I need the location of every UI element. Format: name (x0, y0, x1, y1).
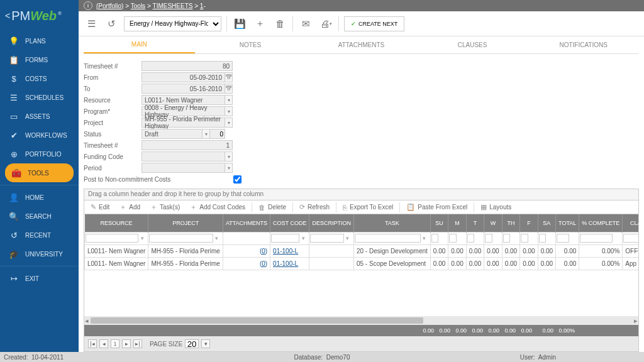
cell-costcode[interactable]: 01-100-L (273, 248, 298, 255)
post-checkbox[interactable] (233, 175, 242, 184)
sidebar-item-plans[interactable]: 💡PLANS (0, 31, 79, 50)
filter-w[interactable] (485, 234, 492, 243)
page-size-input[interactable] (185, 339, 199, 348)
record-picker[interactable]: Energy / Heavy Highway-Florida Peri (124, 16, 221, 31)
col-total[interactable]: TOTAL (556, 214, 579, 232)
resource-dropdown[interactable]: ▾ (225, 95, 233, 105)
save-icon[interactable]: 💾 (232, 16, 247, 31)
grid-add-button[interactable]: ＋Add (116, 202, 144, 213)
sidebar-item-home[interactable]: 👤HOME (0, 188, 79, 207)
filter-task[interactable] (355, 234, 421, 243)
col-w[interactable]: W (484, 214, 502, 232)
breadcrumb-timesheets[interactable]: TIMESHEETS (153, 3, 193, 9)
list-icon[interactable]: ☰ (84, 16, 99, 31)
pager-next[interactable]: ▸ (122, 339, 131, 348)
grid-horizontal-scrollbar[interactable]: ◂ ▸ (84, 316, 638, 325)
filter-icon[interactable]: ▾ (344, 235, 352, 241)
tab-main[interactable]: MAIN (84, 36, 195, 53)
filter-m[interactable] (449, 234, 456, 243)
grid-group-hint[interactable]: Drag a column header and drop it here to… (84, 189, 638, 200)
grid-paste-button[interactable]: 📋Paste From Excel (402, 202, 471, 213)
from-field[interactable]: 05-09-2010 (142, 72, 225, 82)
back-chevron-icon[interactable]: < (5, 11, 10, 21)
filter-resource[interactable] (86, 234, 138, 243)
scrollbar-thumb[interactable] (91, 317, 423, 324)
filter-icon[interactable]: ▾ (213, 235, 221, 241)
sidebar-item-costs[interactable]: $COSTS (0, 69, 79, 88)
status-dropdown[interactable]: ▾ (203, 129, 210, 139)
col-costcode[interactable]: COST CODE (270, 214, 309, 232)
col-sa[interactable]: SA (538, 214, 555, 232)
filter-description[interactable] (310, 234, 344, 243)
table-row[interactable]: L0011- Nem Wagner MH-955 - Florida Perim… (85, 257, 639, 270)
sidebar-item-workflows[interactable]: ✔WORKFLOWS (0, 126, 79, 145)
grid-tasks-button[interactable]: ＋Task(s) (147, 202, 184, 213)
col-f[interactable]: F (520, 214, 538, 232)
breadcrumb-tools[interactable]: Tools (131, 3, 145, 9)
breadcrumb-portfolio[interactable]: (Portfolio) (96, 3, 123, 9)
project-field[interactable]: MH-955 - Florida Perimeter Highway (142, 118, 225, 128)
pager-current[interactable]: 1 (111, 339, 119, 348)
col-pct[interactable]: % COMPLETE (579, 214, 623, 232)
filter-class[interactable] (623, 234, 638, 243)
funding-field[interactable] (142, 151, 225, 162)
grid-refresh-button[interactable]: ⟳Refresh (296, 202, 333, 213)
col-t[interactable]: T (466, 214, 484, 232)
pager-last[interactable]: ▸| (133, 339, 142, 348)
col-th[interactable]: TH (502, 214, 519, 232)
resource-field[interactable]: L0011- Nem Wagner (142, 95, 225, 105)
print-icon[interactable]: 🖨▾ (318, 16, 333, 31)
filter-project[interactable] (149, 234, 213, 243)
to-datepicker[interactable] (225, 84, 233, 94)
timesheet-no-field[interactable]: 80 (142, 61, 233, 71)
col-description[interactable]: DESCRIPTION (309, 214, 354, 232)
program-dropdown[interactable]: ▾ (225, 106, 233, 116)
filter-icon[interactable]: ▾ (421, 235, 428, 241)
mail-icon[interactable]: ✉ (298, 16, 313, 31)
sidebar-item-assets[interactable]: ▭ASSETS (0, 107, 79, 126)
sidebar-item-forms[interactable]: 📋FORMS (0, 50, 79, 69)
add-icon[interactable]: ＋ (252, 16, 267, 31)
grid-layouts-button[interactable]: ▦Layouts (477, 202, 515, 213)
filter-icon[interactable]: ▾ (299, 235, 307, 241)
tab-notifications[interactable]: NOTIFICATIONS (528, 36, 639, 53)
status-num-field[interactable] (210, 129, 225, 139)
filter-t[interactable] (467, 234, 474, 243)
sidebar-item-tools[interactable]: 🧰TOOLS (5, 163, 74, 182)
history-icon[interactable]: ↺ (104, 16, 119, 31)
sidebar-item-recent[interactable]: ↺RECENT (0, 226, 79, 244)
funding-dropdown[interactable]: ▾ (225, 151, 233, 162)
grid-export-button[interactable]: ⎘Export To Excel (339, 202, 397, 213)
col-m[interactable]: M (448, 214, 466, 232)
sidebar-item-portfolio[interactable]: ⊕PORTFOLIO (0, 145, 79, 163)
table-row[interactable]: L0011- Nem Wagner MH-955 - Florida Perim… (85, 244, 639, 257)
filter-costcode[interactable] (271, 234, 299, 243)
period-field[interactable] (142, 163, 225, 173)
seq-field[interactable]: 1 (142, 140, 233, 150)
pager-first[interactable]: |◂ (88, 339, 97, 348)
col-task[interactable]: TASK (353, 214, 430, 232)
grid-edit-button[interactable]: ✎Edit (87, 202, 113, 213)
cell-costcode[interactable]: 01-100-L (273, 260, 298, 267)
grid-addcc-button[interactable]: ＋Add Cost Codes (186, 202, 249, 213)
project-dropdown[interactable]: ▾ (225, 118, 233, 128)
trash-icon[interactable]: 🗑 (272, 16, 287, 31)
cell-attachments[interactable]: (0) (260, 248, 267, 255)
filter-icon[interactable]: ▾ (138, 235, 146, 241)
filter-pct[interactable] (580, 234, 613, 243)
grid-scroll[interactable]: RESOURCE PROJECT ATTACHMENTS COST CODE D… (84, 214, 638, 316)
cell-attachments[interactable]: (0) (260, 260, 267, 267)
to-field[interactable]: 05-16-2010 (142, 84, 225, 94)
col-class[interactable]: CLASS (623, 214, 638, 232)
period-dropdown[interactable]: ▾ (225, 163, 233, 173)
create-next-button[interactable]: ✔CREATE NEXT (344, 16, 404, 31)
filter-sa[interactable] (539, 234, 546, 243)
pager-prev[interactable]: ◂ (99, 339, 108, 348)
page-size-dropdown[interactable]: ▾ (201, 339, 210, 348)
sidebar-item-schedules[interactable]: ☰SCHEDULES (0, 88, 79, 107)
sidebar-item-exit[interactable]: ↦EXIT (0, 269, 79, 288)
grid-delete-button[interactable]: 🗑Delete (255, 202, 290, 213)
info-icon[interactable]: i (84, 1, 92, 10)
from-datepicker[interactable] (225, 72, 233, 82)
filter-f[interactable] (521, 234, 528, 243)
